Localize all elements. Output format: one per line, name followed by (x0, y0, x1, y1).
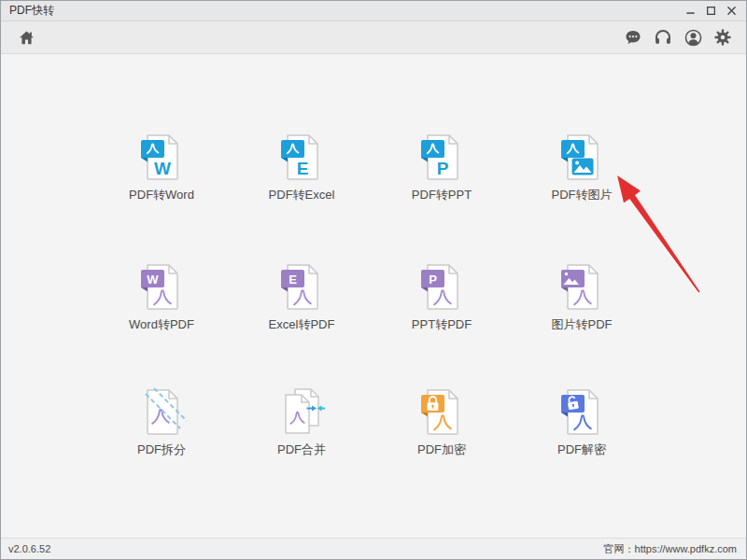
ppt-to-pdf-icon: P (416, 260, 468, 313)
pdf-decrypt-icon (556, 385, 608, 438)
support-icon (654, 28, 672, 47)
pdf-to-image-icon (556, 131, 608, 183)
maximize-icon (706, 6, 716, 16)
close-icon (726, 6, 737, 16)
pdf-merge-icon (275, 385, 328, 438)
svg-text:E: E (289, 273, 297, 287)
tile-pdf-encrypt[interactable]: PDF加密 (372, 385, 512, 456)
feedback-button[interactable] (623, 27, 643, 48)
status-bar: v2.0.6.52 官网：https://www.pdfkz.com (1, 538, 746, 559)
close-button[interactable] (724, 5, 739, 18)
word-to-pdf-icon: W (135, 260, 188, 313)
tile-label: PDF拆分 (137, 443, 186, 456)
pdf-to-word-icon: W (135, 131, 188, 183)
tile-label: 图片转PDF (552, 318, 613, 331)
tile-pdf-decrypt[interactable]: PDF解密 (512, 385, 652, 456)
tile-label: PDF转Excel (269, 189, 335, 202)
window-title: PDF快转 (1, 3, 54, 19)
svg-text:P: P (429, 273, 437, 287)
maximize-button[interactable] (703, 5, 718, 18)
image-to-pdf-icon (556, 260, 608, 313)
tile-label: PDF合并 (277, 443, 326, 456)
tile-pdf-split[interactable]: PDF拆分 (92, 385, 232, 456)
excel-to-pdf-icon: E (275, 260, 328, 313)
version-label: v2.0.6.52 (1, 543, 50, 554)
minimize-button[interactable] (683, 5, 698, 18)
support-button[interactable] (653, 27, 673, 48)
pdf-encrypt-icon (416, 385, 468, 438)
website-area: 官网：https://www.pdfkz.com (604, 542, 746, 556)
settings-icon (713, 28, 732, 47)
tile-pdf-merge[interactable]: PDF合并 (232, 385, 372, 456)
tile-word-to-pdf[interactable]: W Word转PDF (92, 260, 232, 331)
feedback-icon (624, 28, 642, 47)
tile-label: PDF加密 (417, 443, 466, 456)
account-button[interactable] (683, 27, 703, 48)
tile-label: PDF解密 (557, 443, 606, 456)
toolbar (1, 21, 746, 54)
pdf-to-excel-icon: E (275, 131, 328, 183)
tile-label: PDF转PPT (412, 189, 472, 202)
svg-text:W: W (147, 273, 159, 287)
tile-image-to-pdf[interactable]: 图片转PDF (512, 260, 652, 331)
website-link[interactable]: https://www.pdfkz.com (635, 543, 737, 554)
window-controls (683, 5, 746, 18)
tile-label: Word转PDF (129, 318, 194, 331)
tile-excel-to-pdf[interactable]: E Excel转PDF (232, 260, 372, 331)
tile-pdf-to-word[interactable]: W PDF转Word (92, 131, 232, 202)
app-window: PDF快转 (0, 0, 747, 560)
svg-text:E: E (297, 159, 309, 178)
pdf-split-icon (135, 385, 188, 438)
tile-pdf-to-ppt[interactable]: P PDF转PPT (372, 131, 512, 202)
pdf-to-ppt-icon: P (416, 131, 468, 183)
tile-grid: W PDF转Word E PDF转Excel P PDF转PPT PDF转图片 … (1, 54, 746, 538)
svg-text:W: W (154, 159, 171, 178)
home-icon (18, 29, 35, 47)
home-button[interactable] (16, 27, 36, 48)
tile-pdf-to-excel[interactable]: E PDF转Excel (232, 131, 372, 202)
tile-label: Excel转PDF (269, 318, 335, 331)
tile-ppt-to-pdf[interactable]: P PPT转PDF (372, 260, 512, 331)
svg-text:P: P (437, 159, 449, 178)
tile-pdf-to-image[interactable]: PDF转图片 (512, 131, 652, 202)
tile-label: PDF转Word (129, 189, 194, 202)
settings-button[interactable] (712, 27, 733, 48)
tile-label: PDF转图片 (552, 189, 613, 202)
minimize-icon (685, 6, 696, 16)
title-bar: PDF快转 (1, 1, 746, 21)
tile-label: PPT转PDF (412, 318, 472, 331)
account-icon (684, 28, 703, 48)
website-label: 官网： (604, 543, 635, 554)
